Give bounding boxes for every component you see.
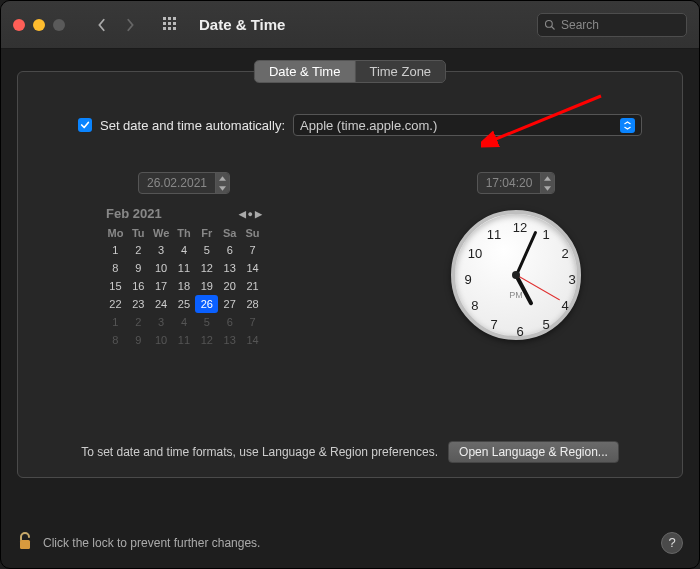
tab-bar: Date & Time Time Zone xyxy=(254,60,446,83)
time-step-up-icon[interactable] xyxy=(541,173,554,183)
calendar-day[interactable]: 10 xyxy=(150,331,173,349)
date-value: 26.02.2021 xyxy=(139,176,215,190)
panel-footer: To set date and time formats, use Langua… xyxy=(18,441,682,463)
calendar-day[interactable]: 16 xyxy=(127,277,150,295)
svg-line-10 xyxy=(552,26,555,29)
calendar-day[interactable]: 18 xyxy=(173,277,196,295)
zoom-window-button[interactable] xyxy=(53,19,65,31)
calendar-day[interactable]: 4 xyxy=(173,241,196,259)
format-hint: To set date and time formats, use Langua… xyxy=(81,445,438,459)
window-title: Date & Time xyxy=(199,16,285,33)
svg-rect-6 xyxy=(163,27,166,30)
calendar-prev-icon[interactable]: ◀ xyxy=(239,209,246,219)
search-input[interactable]: Search xyxy=(537,13,687,37)
calendar-day[interactable]: 20 xyxy=(218,277,241,295)
svg-rect-5 xyxy=(173,22,176,25)
calendar-day[interactable]: 6 xyxy=(218,313,241,331)
time-field[interactable]: 17:04:20 xyxy=(477,172,556,194)
clock-number: 6 xyxy=(516,324,523,339)
calendar-day[interactable]: 21 xyxy=(241,277,264,295)
open-language-region-button[interactable]: Open Language & Region... xyxy=(448,441,619,463)
calendar-day[interactable]: 7 xyxy=(241,313,264,331)
calendar-dow: Tu xyxy=(127,225,150,241)
svg-rect-4 xyxy=(168,22,171,25)
calendar-day[interactable]: 22 xyxy=(104,295,127,313)
svg-point-9 xyxy=(546,20,553,27)
calendar-dow: Th xyxy=(173,225,196,241)
tab-time-zone[interactable]: Time Zone xyxy=(355,61,445,82)
time-stepper[interactable] xyxy=(540,173,554,193)
calendar-day[interactable]: 8 xyxy=(104,331,127,349)
calendar-day[interactable]: 14 xyxy=(241,259,264,277)
tab-date-time[interactable]: Date & Time xyxy=(255,61,356,82)
calendar-day[interactable]: 3 xyxy=(150,313,173,331)
calendar-nav: ◀ ● ▶ xyxy=(239,209,262,219)
clock-number: 8 xyxy=(471,298,478,313)
show-all-prefs-button[interactable] xyxy=(163,17,179,33)
calendar-dow: Mo xyxy=(104,225,127,241)
calendar-day[interactable]: 1 xyxy=(104,313,127,331)
search-placeholder: Search xyxy=(561,18,599,32)
calendar-title: Feb 2021 xyxy=(106,206,162,221)
calendar-day[interactable]: 23 xyxy=(127,295,150,313)
calendar-day[interactable]: 3 xyxy=(150,241,173,259)
calendar-day[interactable]: 9 xyxy=(127,331,150,349)
back-button[interactable] xyxy=(89,14,115,36)
lock-icon[interactable] xyxy=(17,531,33,554)
calendar-day[interactable]: 7 xyxy=(241,241,264,259)
lock-text: Click the lock to prevent further change… xyxy=(43,536,260,550)
calendar-day[interactable]: 17 xyxy=(150,277,173,295)
auto-time-row: Set date and time automatically: Apple (… xyxy=(78,114,642,136)
calendar-day[interactable]: 26 xyxy=(195,295,218,313)
date-step-down-icon[interactable] xyxy=(216,183,229,193)
calendar-day[interactable]: 13 xyxy=(218,259,241,277)
calendar-today-icon[interactable]: ● xyxy=(248,209,253,219)
help-button[interactable]: ? xyxy=(661,532,683,554)
svg-rect-1 xyxy=(168,17,171,20)
calendar-day[interactable]: 27 xyxy=(218,295,241,313)
forward-button[interactable] xyxy=(117,14,143,36)
calendar-day[interactable]: 28 xyxy=(241,295,264,313)
minimize-window-button[interactable] xyxy=(33,19,45,31)
calendar-day[interactable]: 13 xyxy=(218,331,241,349)
search-icon xyxy=(544,19,556,31)
clock-minute-hand xyxy=(515,231,537,276)
clock-ampm: PM xyxy=(509,290,523,300)
time-server-field[interactable]: Apple (time.apple.com.) xyxy=(293,114,642,136)
calendar-day[interactable]: 25 xyxy=(173,295,196,313)
clock-number: 1 xyxy=(542,226,549,241)
calendar-day[interactable]: 2 xyxy=(127,241,150,259)
calendar-day[interactable]: 11 xyxy=(173,259,196,277)
svg-rect-8 xyxy=(173,27,176,30)
calendar-day[interactable]: 10 xyxy=(150,259,173,277)
calendar-day[interactable]: 14 xyxy=(241,331,264,349)
calendar-day[interactable]: 19 xyxy=(195,277,218,295)
close-window-button[interactable] xyxy=(13,19,25,31)
date-field[interactable]: 26.02.2021 xyxy=(138,172,230,194)
calendar-day[interactable]: 12 xyxy=(195,259,218,277)
calendar-dow: We xyxy=(150,225,173,241)
calendar-day[interactable]: 2 xyxy=(127,313,150,331)
calendar-day[interactable]: 12 xyxy=(195,331,218,349)
calendar-day[interactable]: 6 xyxy=(218,241,241,259)
calendar-day[interactable]: 24 xyxy=(150,295,173,313)
calendar-day[interactable]: 15 xyxy=(104,277,127,295)
clock-pivot xyxy=(512,271,520,279)
clock-number: 12 xyxy=(513,220,527,235)
calendar-day[interactable]: 11 xyxy=(173,331,196,349)
time-server-disclosure-icon[interactable] xyxy=(620,118,635,133)
calendar-day[interactable]: 5 xyxy=(195,241,218,259)
calendar-day[interactable]: 9 xyxy=(127,259,150,277)
svg-rect-2 xyxy=(173,17,176,20)
date-step-up-icon[interactable] xyxy=(216,173,229,183)
calendar-day[interactable]: 5 xyxy=(195,313,218,331)
calendar-next-icon[interactable]: ▶ xyxy=(255,209,262,219)
time-step-down-icon[interactable] xyxy=(541,183,554,193)
calendar-day[interactable]: 4 xyxy=(173,313,196,331)
time-column: 17:04:20 PM 121234567891011 xyxy=(350,172,682,349)
auto-time-checkbox[interactable] xyxy=(78,118,92,132)
time-value: 17:04:20 xyxy=(478,176,541,190)
calendar-day[interactable]: 1 xyxy=(104,241,127,259)
calendar-day[interactable]: 8 xyxy=(104,259,127,277)
date-stepper[interactable] xyxy=(215,173,229,193)
